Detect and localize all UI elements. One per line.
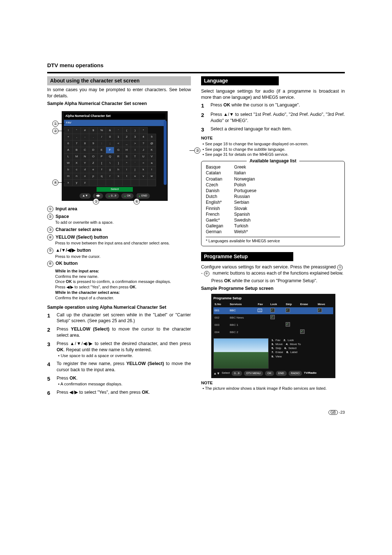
language-box: Available language list BasqueCatalanCro…: [201, 161, 345, 246]
callout-4: ④: [52, 179, 58, 186]
programme-intro: Configure various settings for each serv…: [201, 264, 345, 276]
input-area-row: FAV: [64, 120, 166, 126]
note-label: NOTE: [201, 135, 345, 141]
keyboard-grid: !"#$%&'()*+,-./0123456789:;<_>?@ABCDEFGH…: [64, 127, 156, 186]
callout-3: ③: [194, 147, 200, 154]
prog-title: Programme Setup: [213, 296, 333, 300]
prog-note-label: NOTE: [201, 380, 345, 386]
step-list: 1Call up the character set screen while …: [47, 312, 191, 397]
language-intro: Select language settings for audio (if a…: [201, 88, 345, 101]
divider: [47, 72, 345, 73]
callout-6: ⑥: [134, 198, 140, 204]
section-title: DTV menu operations: [47, 62, 345, 69]
preview-picture: [213, 338, 269, 369]
left-column: About using the character set screen In …: [47, 76, 191, 399]
prog-legend: 1. Fav 2. Lock3. Move 4. Move To5. Skip …: [271, 338, 301, 369]
about-intro: In some cases you may be prompted to ent…: [47, 87, 191, 99]
callout-2: ②: [52, 128, 58, 134]
charset-diagram: Alpha Numerical Character Set FAV !"#$%&…: [54, 111, 191, 201]
select-cell: Select: [97, 187, 133, 192]
programme-setup-bar: Programme Setup: [201, 252, 293, 261]
language-col-1: BasqueCatalanCroatianCzechDanishDutchEng…: [206, 164, 223, 235]
bottom-icons: ▲▼◀▶●0...9●OK●END: [64, 193, 166, 199]
prog-table: S.NoServicesFavLockSkipEraseMove001BBC10…: [213, 302, 333, 336]
callout-5: ⑤: [93, 198, 99, 204]
language-bar: Language: [201, 76, 279, 85]
page-number: GB -23: [47, 410, 345, 415]
right-column: Language Select language settings for au…: [201, 76, 345, 399]
language-box-title: Available language list: [247, 158, 299, 164]
scrollbar: [164, 121, 167, 185]
language-steps: 1Press OK while the cursor is on "Langua…: [201, 102, 345, 133]
prog-sample-header: Sample Programme Setup screen: [201, 285, 345, 292]
about-bar: About using the character set screen: [47, 76, 191, 85]
programme-diagram: Programme Setup S.NoServicesFavLockSkipE…: [211, 294, 335, 378]
language-notes: See page 18 to change the language displ…: [201, 141, 345, 158]
prog-bottom-bar: ▲▼Select0...9DTV MENUOKENDRADIOTV/Radio: [213, 371, 333, 376]
charset-legend: ①Input area②SpaceTo add or overwrite wit…: [47, 206, 191, 267]
language-col-2: GreekItalianNorwegianPolishPortugueseRus…: [234, 164, 256, 235]
ok-sub: While in the input area: Confirms the ne…: [55, 268, 191, 301]
sample-charset-header: Sample Alpha Numerical Character Set scr…: [47, 101, 191, 107]
charset-title: Alpha Numerical Character Set: [64, 113, 166, 119]
prog-note: The picture window shows a blank image i…: [206, 386, 345, 391]
sample-op-header: Sample operation using Alpha Numerical C…: [47, 304, 191, 311]
callout-1: ①: [52, 121, 58, 127]
language-footnote: * Languages available for MHEG5 service: [206, 237, 340, 244]
programme-step: Press OK while the cursor is on "Program…: [211, 278, 345, 284]
